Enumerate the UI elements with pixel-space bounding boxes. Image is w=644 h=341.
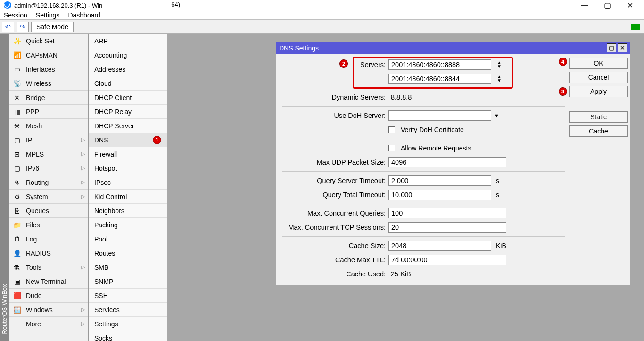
allow-remote-checkbox[interactable] bbox=[388, 145, 395, 151]
maximize-button[interactable]: ▢ bbox=[602, 1, 613, 10]
sidebar-item-bridge[interactable]: ✕Bridge bbox=[9, 91, 88, 105]
submenu-item-ipsec[interactable]: IPsec bbox=[89, 175, 167, 190]
verify-doh-checkbox[interactable] bbox=[388, 126, 395, 133]
sidebar-item-files[interactable]: 📁Files bbox=[9, 218, 88, 232]
sidebar-item-routing[interactable]: ↯Routing▷ bbox=[9, 175, 88, 190]
sidebar-item-interfaces[interactable]: ▭Interfaces bbox=[9, 62, 88, 76]
submenu-item-firewall[interactable]: Firewall bbox=[89, 147, 167, 161]
submenu-item-ssh[interactable]: SSH bbox=[89, 289, 167, 303]
redo-button[interactable]: ↷ bbox=[17, 22, 29, 32]
servers-input-2[interactable] bbox=[388, 74, 491, 84]
callout-4: 4 bbox=[559, 58, 567, 66]
submenu-item-smb[interactable]: SMB bbox=[89, 260, 167, 274]
submenu-item-settings[interactable]: Settings bbox=[89, 317, 167, 331]
toolbar: ↶ ↷ Safe Mode bbox=[0, 20, 644, 34]
safe-mode-button[interactable]: Safe Mode bbox=[31, 22, 74, 32]
submenu-item-services[interactable]: Services bbox=[89, 303, 167, 317]
cused-label: Cache Used: bbox=[282, 270, 386, 278]
dns-settings-window: DNS Settings ▢ ✕ 2 Servers: ▲▼ ▲▼ Dynami… bbox=[276, 42, 630, 285]
minimize-button[interactable]: — bbox=[579, 1, 590, 10]
safe-mode-label: Safe Mode bbox=[36, 23, 68, 31]
submenu-item-packing[interactable]: Packing bbox=[89, 218, 167, 232]
cancel-button[interactable]: Cancel bbox=[569, 72, 628, 83]
sidebar-item-label: Routing bbox=[26, 179, 49, 186]
sidebar-item-ppp[interactable]: ▦PPP bbox=[9, 105, 88, 119]
ok-button[interactable]: OK bbox=[569, 58, 628, 69]
menu-session[interactable]: Session bbox=[4, 11, 27, 19]
sidebar-item-ipv6[interactable]: ▢IPv6▷ bbox=[9, 161, 88, 175]
undo-button[interactable]: ↶ bbox=[2, 22, 14, 32]
submenu-item-addresses[interactable]: Addresses bbox=[89, 62, 167, 76]
verify-doh-label: Verify DoH Certificate bbox=[401, 126, 464, 133]
submenu-item-label: Neighbors bbox=[94, 207, 124, 215]
submenu-item-socks[interactable]: Socks bbox=[89, 331, 167, 341]
apply-button[interactable]: Apply bbox=[569, 86, 628, 97]
sidebar-item-dude[interactable]: 🟥Dude bbox=[9, 289, 88, 303]
submenu-item-routes[interactable]: Routes bbox=[89, 246, 167, 260]
servers-input-1[interactable] bbox=[388, 59, 491, 70]
servers-spinner-2[interactable]: ▲▼ bbox=[494, 74, 504, 84]
submenu-arrow-icon: ▷ bbox=[81, 321, 85, 327]
submenu-item-arp[interactable]: ARP bbox=[89, 34, 167, 48]
sidebar-icon: 🪟 bbox=[12, 306, 22, 314]
submenu-item-dhcp-client[interactable]: DHCP Client bbox=[89, 91, 167, 105]
sidebar-item-wireless[interactable]: 📡Wireless bbox=[9, 76, 88, 91]
doh-dropdown-icon[interactable]: ▼ bbox=[494, 113, 499, 118]
mct-input[interactable] bbox=[388, 222, 506, 233]
submenu-item-hotspot[interactable]: Hotspot bbox=[89, 161, 167, 175]
sidebar-icon: ⊞ bbox=[12, 150, 22, 158]
mcq-input[interactable] bbox=[388, 208, 506, 218]
sidebar-item-label: Interfaces bbox=[26, 66, 55, 73]
submenu-item-dhcp-server[interactable]: DHCP Server bbox=[89, 119, 167, 133]
sidebar-item-label: RADIUS bbox=[26, 250, 51, 257]
sidebar-item-mpls[interactable]: ⊞MPLS▷ bbox=[9, 147, 88, 161]
submenu-arrow-icon: ▷ bbox=[81, 165, 85, 171]
sidebar-item-radius[interactable]: 👤RADIUS bbox=[9, 246, 88, 260]
submenu-item-snmp[interactable]: SNMP bbox=[89, 274, 167, 289]
sidebar-item-mesh[interactable]: ❋Mesh bbox=[9, 119, 88, 133]
callout-2: 2 bbox=[339, 59, 348, 68]
cttl-input[interactable] bbox=[388, 255, 506, 265]
close-button[interactable]: ✕ bbox=[624, 1, 636, 10]
static-button[interactable]: Static bbox=[569, 111, 628, 123]
submenu-item-kid-control[interactable]: Kid Control bbox=[89, 190, 167, 204]
sidebar-item-label: New Terminal bbox=[26, 278, 66, 285]
sidebar-item-label: Bridge bbox=[26, 94, 45, 101]
cache-button[interactable]: Cache bbox=[569, 125, 628, 137]
sidebar-item-ip[interactable]: ▢IP▷ bbox=[9, 133, 88, 147]
sidebar-item-label: Windows bbox=[26, 306, 53, 314]
sidebar-item-label: Quick Set bbox=[26, 37, 55, 45]
qsrv-input[interactable] bbox=[388, 175, 491, 186]
submenu-item-dns[interactable]: DNS1 bbox=[89, 133, 167, 147]
qtot-input[interactable] bbox=[388, 190, 491, 200]
menu-dashboard[interactable]: Dashboard bbox=[68, 11, 100, 19]
sidebar-item-quick-set[interactable]: ✨Quick Set bbox=[9, 34, 88, 48]
submenu-item-neighbors[interactable]: Neighbors bbox=[89, 204, 167, 218]
dns-titlebar-minimize-icon[interactable]: ▢ bbox=[607, 43, 616, 52]
sidebar-item-tools[interactable]: 🛠Tools▷ bbox=[9, 260, 88, 274]
submenu-item-label: Cloud bbox=[94, 80, 112, 87]
sidebar-icon: 📁 bbox=[12, 221, 22, 229]
sidebar-item-new-terminal[interactable]: ▣New Terminal bbox=[9, 274, 88, 289]
sidebar-item-label: More bbox=[26, 320, 41, 328]
submenu-item-label: DHCP Server bbox=[94, 122, 134, 130]
sidebar-item-windows[interactable]: 🪟Windows▷ bbox=[9, 303, 88, 317]
sidebar-item-capsman[interactable]: 📶CAPsMAN bbox=[9, 48, 88, 62]
csize-input[interactable] bbox=[388, 241, 491, 251]
sidebar-item-log[interactable]: 🗒Log bbox=[9, 232, 88, 246]
udp-input[interactable] bbox=[388, 157, 506, 167]
sidebar-item-more[interactable]: More▷ bbox=[9, 317, 88, 331]
submenu-item-accounting[interactable]: Accounting bbox=[89, 48, 167, 62]
dns-titlebar-close-icon[interactable]: ✕ bbox=[618, 43, 627, 52]
submenu-item-cloud[interactable]: Cloud bbox=[89, 76, 167, 91]
servers-spinner-1[interactable]: ▲▼ bbox=[494, 59, 504, 70]
sidebar-item-label: Log bbox=[26, 235, 37, 243]
menu-settings[interactable]: Settings bbox=[36, 11, 60, 19]
submenu-item-pool[interactable]: Pool bbox=[89, 232, 167, 246]
sidebar-icon: ▦ bbox=[12, 108, 22, 116]
sidebar-item-system[interactable]: ⚙System▷ bbox=[9, 190, 88, 204]
sidebar-item-queues[interactable]: 🗄Queues bbox=[9, 204, 88, 218]
callout-3: 3 bbox=[559, 87, 567, 96]
doh-input[interactable] bbox=[388, 110, 491, 121]
submenu-item-dhcp-relay[interactable]: DHCP Relay bbox=[89, 105, 167, 119]
